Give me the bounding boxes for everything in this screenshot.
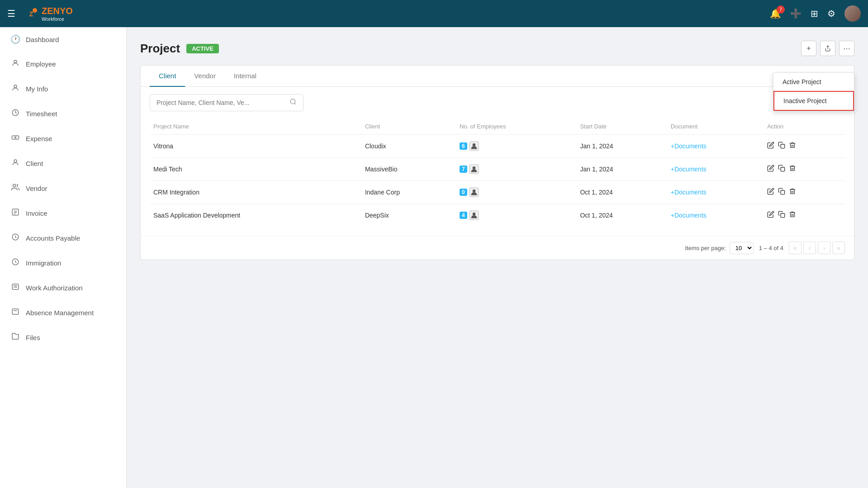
svg-point-6	[15, 137, 16, 138]
grid-button[interactable]: ⊞	[811, 8, 818, 19]
hamburger-menu[interactable]: ☰	[7, 8, 15, 19]
sidebar-label-absence-management: Absence Management	[26, 309, 94, 317]
cell-employee-count: 4	[456, 204, 576, 227]
cell-document: +Documents	[667, 181, 764, 204]
search-icon[interactable]	[289, 98, 297, 107]
client-icon	[10, 158, 20, 169]
document-link[interactable]: +Documents	[671, 189, 707, 196]
cell-client: MassiveBio	[361, 158, 456, 181]
dropdown-active-project[interactable]: Active Project	[773, 73, 854, 91]
svg-text:Z: Z	[29, 10, 33, 18]
more-options-button[interactable]: ⋯	[839, 41, 854, 56]
copy-icon[interactable]	[778, 142, 785, 151]
first-page-button[interactable]: «	[789, 242, 802, 254]
delete-icon[interactable]	[789, 188, 796, 197]
cell-start-date: Jan 1, 2024	[576, 158, 667, 181]
employee-count-badge: 0	[460, 189, 467, 196]
sidebar-item-vendor[interactable]: Vendor	[0, 176, 126, 201]
sidebar-label-expense: Expense	[26, 135, 52, 142]
svg-line-22	[294, 103, 296, 104]
timesheet-icon	[10, 109, 20, 119]
copy-icon[interactable]	[778, 211, 785, 220]
page-header: Project ACTIVE + ⋯	[140, 41, 854, 56]
prev-page-button[interactable]: ‹	[803, 242, 816, 254]
employee-count-badge: 4	[460, 212, 467, 219]
sidebar-item-work-authorization[interactable]: Work Authorization	[0, 275, 126, 300]
tabs-container: Client Vendor Internal	[141, 66, 854, 87]
sidebar-label-vendor: Vendor	[26, 185, 47, 192]
delete-icon[interactable]	[789, 142, 796, 151]
cell-start-date: Oct 1, 2024	[576, 204, 667, 227]
next-page-button[interactable]: ›	[818, 242, 830, 254]
svg-rect-31	[781, 190, 785, 194]
notifications-button[interactable]: 🔔 7	[770, 8, 781, 19]
notification-badge: 7	[777, 5, 785, 14]
page-title: Project	[140, 42, 180, 56]
table-header-row: Project Name Client No. of Employees Sta…	[150, 118, 845, 135]
sidebar-item-accounts-payable[interactable]: Accounts Payable	[0, 226, 126, 251]
svg-point-33	[472, 213, 475, 215]
copy-icon[interactable]	[778, 188, 785, 197]
delete-icon[interactable]	[789, 211, 796, 220]
sidebar-item-absence-management[interactable]: Absence Management	[0, 300, 126, 325]
work-auth-icon	[10, 283, 20, 293]
search-box	[150, 94, 304, 111]
employee-count-icon	[469, 141, 479, 151]
sidebar-item-files[interactable]: Files	[0, 325, 126, 350]
copy-icon[interactable]	[778, 165, 785, 174]
document-link[interactable]: +Documents	[671, 142, 707, 150]
cell-project-name: CRM Integration	[150, 181, 361, 204]
items-per-page-label: Items per page:	[685, 245, 726, 251]
add-project-button[interactable]: +	[801, 41, 816, 56]
employee-icon	[10, 59, 20, 69]
svg-point-3	[14, 60, 17, 63]
sidebar-item-client[interactable]: Client	[0, 151, 126, 176]
page-navigation: « ‹ › »	[789, 242, 845, 254]
search-input[interactable]	[157, 99, 286, 106]
add-button[interactable]: ➕	[790, 8, 802, 19]
cell-actions	[764, 204, 845, 227]
svg-point-8	[13, 184, 16, 187]
logo-zenyo: ZENYO	[42, 6, 73, 16]
edit-icon[interactable]	[767, 211, 774, 220]
last-page-button[interactable]: »	[832, 242, 845, 254]
cell-start-date: Oct 1, 2024	[576, 181, 667, 204]
svg-rect-18	[12, 309, 19, 314]
table-row: CRM Integration Indane Corp 0 Oct 1, 202…	[150, 181, 845, 204]
cell-project-name: SaaS Application Development	[150, 204, 361, 227]
edit-icon[interactable]	[767, 188, 774, 197]
tab-client[interactable]: Client	[150, 66, 185, 87]
sidebar-item-expense[interactable]: Expense	[0, 126, 126, 151]
invoice-icon	[10, 208, 20, 218]
tab-internal[interactable]: Internal	[225, 66, 266, 87]
accounts-payable-icon	[10, 233, 20, 243]
document-link[interactable]: +Documents	[671, 212, 707, 219]
sidebar-item-dashboard[interactable]: 🕐 Dashboard	[0, 27, 126, 52]
user-avatar[interactable]	[844, 5, 861, 22]
sidebar-item-timesheet[interactable]: Timesheet	[0, 101, 126, 126]
share-button[interactable]	[820, 41, 835, 56]
sidebar-label-dashboard: Dashboard	[26, 36, 59, 43]
cell-project-name: Vitrona	[150, 135, 361, 158]
dropdown-inactive-project[interactable]: Inactive Project	[773, 91, 854, 111]
employee-count-icon	[469, 164, 479, 174]
search-area	[141, 87, 854, 118]
items-per-page-select[interactable]: 10 25 50	[730, 242, 754, 254]
settings-button[interactable]: ⚙	[827, 8, 835, 19]
tab-vendor[interactable]: Vendor	[185, 66, 225, 87]
edit-icon[interactable]	[767, 142, 774, 151]
document-link[interactable]: +Documents	[671, 166, 707, 173]
sidebar-item-immigration[interactable]: Immigration	[0, 251, 126, 275]
sidebar-item-employee[interactable]: Employee	[0, 52, 126, 76]
sidebar-item-invoice[interactable]: Invoice	[0, 201, 126, 226]
sidebar-label-timesheet: Timesheet	[26, 110, 57, 118]
top-nav-right: 🔔 7 ➕ ⊞ ⚙	[770, 5, 861, 22]
logo-subtitle: Workforce	[42, 16, 73, 22]
cell-client: DeepSix	[361, 204, 456, 227]
delete-icon[interactable]	[789, 165, 796, 174]
col-header-start-date: Start Date	[576, 118, 667, 135]
sidebar-item-myinfo[interactable]: My Info	[0, 76, 126, 101]
table-row: SaaS Application Development DeepSix 4 O…	[150, 204, 845, 227]
page-info: 1 – 4 of 4	[759, 245, 783, 251]
edit-icon[interactable]	[767, 165, 774, 174]
